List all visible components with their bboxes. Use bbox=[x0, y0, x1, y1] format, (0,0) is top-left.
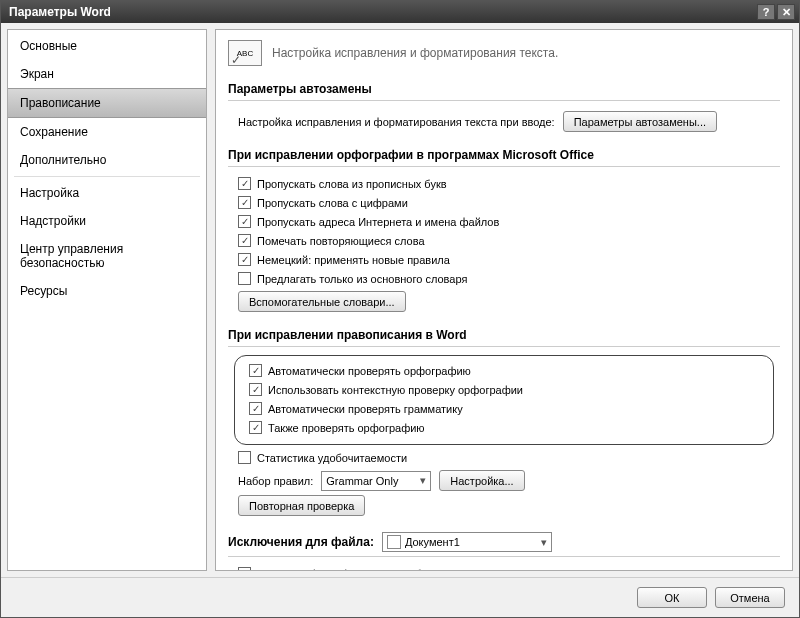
checkbox-auto-grammar[interactable] bbox=[249, 402, 262, 415]
checkbox-readability[interactable] bbox=[238, 451, 251, 464]
document-icon bbox=[387, 535, 401, 549]
checkbox-skip-uppercase[interactable] bbox=[238, 177, 251, 190]
dialog-footer: ОК Отмена bbox=[1, 577, 799, 617]
sidebar-item-advanced[interactable]: Дополнительно bbox=[8, 146, 206, 174]
checkbox-hide-spelling[interactable] bbox=[238, 567, 251, 571]
section-spelling-word: При исправлении правописания в Word Авто… bbox=[228, 324, 780, 518]
sidebar-item-resources[interactable]: Ресурсы bbox=[8, 277, 206, 305]
section-title-spelling-word: При исправлении правописания в Word bbox=[228, 324, 780, 347]
section-title-exceptions: Исключения для файла: Документ1 bbox=[228, 528, 780, 557]
sidebar-separator bbox=[14, 176, 200, 177]
panel-header: ABC Настройка исправления и форматирован… bbox=[228, 40, 780, 66]
section-exceptions: Исключения для файла: Документ1 Скрыть о… bbox=[228, 528, 780, 571]
main-panel: ABC Настройка исправления и форматирован… bbox=[215, 29, 793, 571]
ok-button[interactable]: ОК bbox=[637, 587, 707, 608]
sidebar: Основные Экран Правописание Сохранение Д… bbox=[7, 29, 207, 571]
sidebar-item-addins[interactable]: Надстройки bbox=[8, 207, 206, 235]
sidebar-item-general[interactable]: Основные bbox=[8, 32, 206, 60]
checkbox-main-dict-only[interactable] bbox=[238, 272, 251, 285]
sidebar-item-display[interactable]: Экран bbox=[8, 60, 206, 88]
ruleset-select[interactable]: Grammar Only bbox=[321, 471, 431, 491]
autocorrect-options-button[interactable]: Параметры автозамены... bbox=[563, 111, 717, 132]
checkbox-also-spell[interactable] bbox=[249, 421, 262, 434]
sidebar-item-save[interactable]: Сохранение bbox=[8, 118, 206, 146]
recheck-button[interactable]: Повторная проверка bbox=[238, 495, 365, 516]
abc-check-icon: ABC bbox=[228, 40, 262, 66]
sidebar-item-customize[interactable]: Настройка bbox=[8, 179, 206, 207]
highlight-group: Автоматически проверять орфографию Испол… bbox=[234, 355, 774, 445]
cancel-button[interactable]: Отмена bbox=[715, 587, 785, 608]
close-icon[interactable]: ✕ bbox=[777, 4, 795, 20]
section-title-spelling-office: При исправлении орфографии в программах … bbox=[228, 144, 780, 167]
autocorrect-intro: Настройка исправления и форматирования т… bbox=[238, 116, 555, 128]
section-title-autocorrect: Параметры автозамены bbox=[228, 78, 780, 101]
help-icon[interactable]: ? bbox=[757, 4, 775, 20]
exceptions-file-select[interactable]: Документ1 bbox=[382, 532, 552, 552]
grammar-settings-button[interactable]: Настройка... bbox=[439, 470, 524, 491]
sidebar-item-trustcenter[interactable]: Центр управления безопасностью bbox=[8, 235, 206, 277]
checkbox-flag-repeated[interactable] bbox=[238, 234, 251, 247]
checkbox-german-rules[interactable] bbox=[238, 253, 251, 266]
checkbox-auto-spell[interactable] bbox=[249, 364, 262, 377]
custom-dictionaries-button[interactable]: Вспомогательные словари... bbox=[238, 291, 406, 312]
window-title: Параметры Word bbox=[9, 5, 111, 19]
panel-header-text: Настройка исправления и форматирования т… bbox=[272, 46, 558, 60]
section-autocorrect: Параметры автозамены Настройка исправлен… bbox=[228, 78, 780, 134]
section-spelling-office: При исправлении орфографии в программах … bbox=[228, 144, 780, 314]
sidebar-item-proofing[interactable]: Правописание bbox=[8, 88, 206, 118]
titlebar: Параметры Word ? ✕ bbox=[1, 1, 799, 23]
content-area: Основные Экран Правописание Сохранение Д… bbox=[1, 23, 799, 577]
ruleset-label: Набор правил: bbox=[238, 475, 313, 487]
checkbox-skip-numbers[interactable] bbox=[238, 196, 251, 209]
checkbox-contextual-spell[interactable] bbox=[249, 383, 262, 396]
checkbox-skip-urls[interactable] bbox=[238, 215, 251, 228]
dialog-window: Параметры Word ? ✕ Основные Экран Правоп… bbox=[0, 0, 800, 618]
